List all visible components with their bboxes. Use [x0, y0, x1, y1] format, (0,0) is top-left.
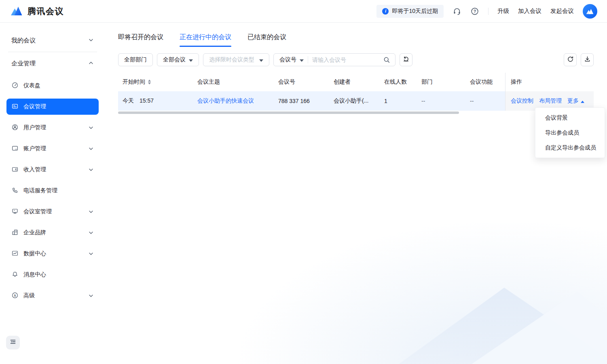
phone-icon	[11, 187, 19, 195]
tab-ended-meetings[interactable]: 已结束的会议	[247, 33, 286, 47]
table-row[interactable]: 今天15:57 会议小助手的快速会议 788 337 166 会议小助手(...…	[118, 91, 505, 111]
sort-icon[interactable]	[148, 80, 151, 84]
table-fixed-column: 操作 会议控制 布局管理 更多	[505, 73, 594, 111]
svg-text:?: ?	[474, 9, 476, 13]
help-icon[interactable]: ?	[470, 7, 479, 16]
sidebar-item-label: 会议室管理	[23, 208, 52, 215]
sidebar-item-label: 用户管理	[23, 124, 46, 131]
app-logo[interactable]: 腾讯会议	[10, 5, 64, 18]
chevron-down-icon	[88, 167, 94, 173]
search-icon[interactable]	[383, 57, 395, 63]
search-field-label: 会议号	[279, 56, 296, 63]
caret-down-icon	[300, 57, 304, 63]
sidebar-item-account-management[interactable]: 账户管理	[6, 141, 99, 157]
chevron-down-icon	[88, 125, 94, 130]
column-header-department: 部门	[417, 78, 465, 86]
column-header-topic: 会议主题	[193, 78, 274, 86]
caret-up-icon	[581, 98, 584, 104]
sidebar-item-label: 仪表盘	[23, 82, 40, 89]
search-field-selector[interactable]: 会议号	[274, 56, 308, 63]
chevron-down-icon	[88, 37, 94, 44]
cell-online-count: 1	[380, 98, 417, 104]
menu-item-export-participants[interactable]: 导出参会成员	[535, 125, 605, 140]
start-meeting-link[interactable]: 发起会议	[550, 7, 574, 15]
header-divider	[488, 8, 489, 15]
meeting-room-icon	[11, 208, 19, 216]
sidebar-item-label: 消息中心	[23, 271, 46, 278]
advanced-icon: $	[11, 292, 19, 300]
reset-icon	[402, 55, 410, 64]
sidebar-item-label: 电话服务管理	[23, 187, 57, 194]
timed-meeting-type-select[interactable]: 选择限时会议类型	[203, 53, 269, 66]
sidebar-item-label: 高级	[23, 292, 35, 299]
cell-department: --	[417, 98, 465, 104]
sidebar-group-label: 企业管理	[11, 60, 36, 67]
chevron-down-icon	[88, 251, 94, 257]
reset-filters-button[interactable]	[400, 53, 412, 66]
expiry-badge[interactable]: i 即将于10天后过期	[376, 5, 444, 18]
tab-in-progress-meetings[interactable]: 正在进行中的会议	[180, 33, 231, 47]
sidebar-item-user-management[interactable]: 用户管理	[6, 120, 99, 136]
collapse-sidebar-icon	[9, 338, 17, 347]
download-icon	[584, 56, 591, 64]
svg-text:$: $	[14, 293, 16, 297]
more-actions-toggle[interactable]: 更多	[567, 97, 584, 105]
meeting-id-search-input[interactable]	[308, 57, 383, 63]
meeting-control-link[interactable]: 会议控制	[511, 97, 533, 105]
layout-management-link[interactable]: 布局管理	[539, 97, 562, 105]
sidebar-item-advanced[interactable]: $ 高级	[6, 288, 99, 304]
tencent-meeting-logo-icon	[10, 5, 23, 18]
horizontal-scrollbar-thumb[interactable]	[118, 112, 459, 114]
main-content: 即将召开的会议 正在进行中的会议 已结束的会议 全部部门 全部会议 选择限时会议…	[105, 23, 607, 364]
more-actions-menu: 会议背景 导出参会成员 自定义导出参会成员	[535, 107, 605, 158]
table-toolbar	[564, 53, 594, 66]
sidebar-item-room-management[interactable]: 会议室管理	[6, 204, 99, 220]
sidebar-group-my-meetings[interactable]: 我的会议	[6, 32, 99, 48]
cell-meeting-id: 788 337 166	[274, 98, 329, 104]
sidebar-item-label: 数据中心	[23, 250, 46, 257]
join-meeting-link[interactable]: 加入会议	[518, 7, 541, 15]
meeting-topic-link[interactable]: 会议小助手的快速会议	[197, 97, 254, 104]
column-header-start-time[interactable]: 开始时间	[118, 78, 193, 86]
app-title: 腾讯会议	[27, 6, 64, 17]
sidebar-collapse-button[interactable]	[6, 336, 20, 349]
meeting-type-filter-dropdown[interactable]: 全部会议	[157, 53, 199, 66]
support-headset-icon[interactable]	[453, 7, 461, 16]
caret-down-icon	[189, 57, 193, 63]
chevron-down-icon	[88, 209, 94, 215]
account-card-icon	[11, 145, 19, 153]
info-icon: i	[382, 8, 389, 15]
tab-upcoming-meetings[interactable]: 即将召开的会议	[118, 33, 163, 47]
sidebar-item-label: 账户管理	[23, 145, 46, 152]
sidebar-item-label: 收入管理	[23, 166, 46, 173]
wallet-icon	[11, 166, 19, 174]
menu-item-custom-export-participants[interactable]: 自定义导出参会成员	[535, 140, 605, 155]
meeting-management-icon	[11, 103, 19, 111]
sidebar-group-enterprise[interactable]: 企业管理	[6, 55, 99, 72]
sidebar-item-meeting-management[interactable]: 会议管理	[6, 99, 99, 115]
meeting-search-group: 会议号	[273, 53, 396, 66]
meetings-table: 开始时间 会议主题 会议号 创建者 在线人数 部门 会议功能	[118, 73, 594, 111]
cell-start-time: 今天15:57	[118, 97, 193, 105]
refresh-button[interactable]	[564, 53, 577, 66]
bell-icon	[11, 271, 19, 279]
chevron-down-icon	[88, 230, 94, 236]
sidebar-item-income-management[interactable]: 收入管理	[6, 162, 99, 178]
meeting-tabs: 即将召开的会议 正在进行中的会议 已结束的会议	[118, 33, 594, 47]
upgrade-link[interactable]: 升级	[497, 7, 509, 15]
table-header-row: 开始时间 会议主题 会议号 创建者 在线人数 部门 会议功能	[118, 73, 505, 91]
sidebar-item-message-center[interactable]: 消息中心	[6, 267, 99, 283]
menu-item-meeting-background[interactable]: 会议背景	[535, 110, 605, 125]
cell-creator: 会议小助手(...	[329, 97, 380, 105]
department-filter-button[interactable]: 全部部门	[118, 53, 153, 66]
chevron-down-icon	[88, 146, 94, 151]
sidebar-item-data-center[interactable]: 数据中心	[6, 246, 99, 262]
column-header-creator: 创建者	[329, 78, 380, 86]
top-bar: 腾讯会议 i 即将于10天后过期 ? 升级 加入会议 发起会议	[0, 0, 607, 23]
user-avatar[interactable]	[583, 4, 597, 19]
sidebar-item-brand[interactable]: 企业品牌	[6, 225, 99, 241]
sidebar-item-phone-service[interactable]: 电话服务管理	[6, 183, 99, 199]
sidebar-item-dashboard[interactable]: 仪表盘	[6, 78, 99, 94]
download-button[interactable]	[581, 53, 594, 66]
caret-down-icon	[259, 57, 263, 63]
